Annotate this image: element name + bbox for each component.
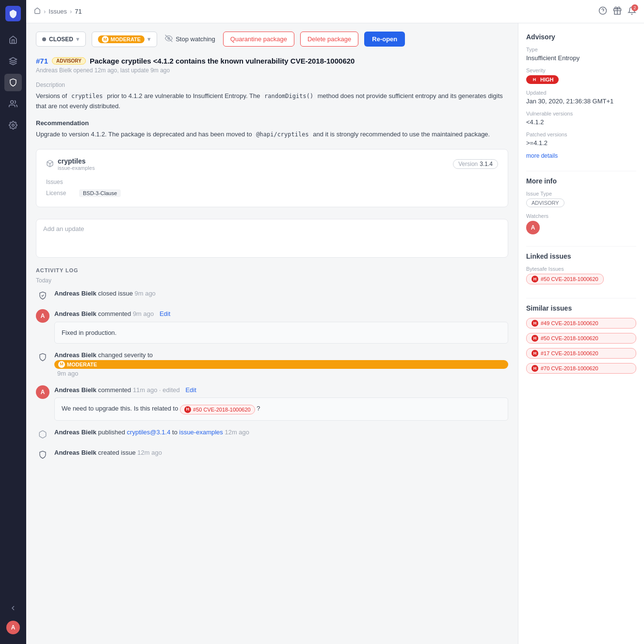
issues-label: Issues	[46, 179, 75, 185]
breadcrumb-sep-2: ›	[70, 8, 72, 15]
vulnerable-label: Vulnerable versions	[526, 111, 636, 116]
severity-right-value: H HIGH	[526, 75, 636, 84]
status-dot	[42, 37, 46, 41]
linked-badge[interactable]: H #50 CVE-2018-1000620	[526, 274, 604, 284]
activity-time-5: 12m ago	[225, 429, 249, 436]
shield-activity-icon	[36, 289, 49, 302]
similar-text-4: #70 CVE-2018-1000620	[541, 365, 598, 371]
similar-text-3: #17 CVE-2018-1000620	[541, 350, 598, 356]
package-name: cryptiles	[58, 157, 95, 165]
more-info-title: More info	[526, 177, 636, 185]
similar-item-2[interactable]: H #50 CVE-2018-1000620	[526, 333, 636, 344]
code-cryptiles: cryptiles	[69, 92, 105, 100]
activity-user: Andreas Bielk	[54, 290, 97, 297]
issue-header: #71 ADVISORY Package cryptiles <4.1.2 co…	[36, 57, 508, 74]
sidebar-item-home[interactable]	[4, 31, 22, 49]
delete-button[interactable]: Delete package	[300, 32, 358, 47]
severity-button[interactable]: M MODERATE ▾	[92, 32, 157, 47]
activity-item: Andreas Bielk created issue 12m ago	[36, 448, 508, 462]
advisory-title: Advisory	[526, 33, 636, 41]
sidebar-item-shield[interactable]	[4, 74, 22, 91]
stop-watching-button[interactable]: Stop watching	[163, 31, 217, 47]
activity-to: to	[172, 429, 179, 436]
status-chevron-icon: ▾	[76, 35, 80, 43]
linked-h-letter: H	[531, 276, 538, 282]
update-box[interactable]: Add an update	[36, 219, 508, 258]
activity-item: Andreas Bielk changed severity to M MODE…	[36, 350, 508, 379]
activity-header: ACTIVITY LOG	[36, 267, 508, 273]
linked-title: Linked issues	[526, 252, 636, 260]
patched-label: Patched versions	[526, 132, 636, 137]
similar-title: Similar issues	[526, 304, 636, 312]
sidebar-item-settings[interactable]	[4, 116, 22, 134]
similar-item-3[interactable]: H #17 CVE-2018-1000620	[526, 348, 636, 359]
similar-item-4[interactable]: H #70 CVE-2018-1000620	[526, 363, 636, 374]
app-logo[interactable]	[5, 6, 21, 21]
description-label: Description	[36, 82, 508, 88]
issue-type-label: Issue Type	[526, 191, 636, 197]
activity-source-link[interactable]: issue-examples	[179, 429, 223, 436]
similar-section: Similar issues H #49 CVE-2018-1000620 H …	[526, 304, 636, 376]
breadcrumb-sep-1: ›	[44, 8, 46, 15]
activity-text: Andreas Bielk published cryptiles@3.1.4 …	[54, 428, 508, 437]
severity-label: MODERATE	[111, 36, 141, 42]
issue-type-value: ADVISORY	[526, 198, 636, 207]
license-value: BSD-3-Clause	[79, 189, 121, 197]
svg-marker-0	[10, 58, 17, 62]
severity-chevron-icon: ▾	[147, 35, 151, 43]
version-label: Version	[458, 161, 478, 167]
gift-icon[interactable]	[613, 6, 622, 17]
sidebar-item-layers[interactable]	[4, 52, 22, 70]
code-hapi-cryptiles: @hapi/cryptiles	[254, 131, 311, 138]
activity-text: Andreas Bielk changed severity to M MODE…	[54, 350, 508, 379]
severity-changed-label: MODERATE	[67, 361, 97, 369]
activity-item: A Andreas Bielk commented 11m ago · edit…	[36, 385, 508, 421]
severity-changed-badge: M MODERATE	[54, 360, 508, 369]
reopen-button[interactable]: Re-open	[364, 32, 405, 47]
topbar-icons: 2	[598, 6, 636, 17]
svg-point-1	[11, 100, 14, 103]
breadcrumb: › Issues › 71	[34, 7, 82, 16]
bell-icon[interactable]: 2	[628, 6, 636, 17]
breadcrumb-home-icon[interactable]	[34, 7, 41, 16]
sidebar-item-users[interactable]	[4, 95, 22, 113]
activity-text: Andreas Bielk commented 11m ago · edited…	[54, 385, 508, 421]
similar-h-2: H	[531, 335, 538, 342]
sidebar-collapse-btn[interactable]	[4, 599, 22, 617]
package-icon	[46, 160, 54, 169]
issue-title: Package cryptiles <4.1.2 contains the kn…	[90, 57, 355, 65]
package-card: cryptiles issue-examples Version 3.1.4 I…	[36, 149, 508, 207]
issue-meta: Andreas Bielk opened 12m ago, last updat…	[36, 67, 508, 74]
similar-item-1[interactable]: H #49 CVE-2018-1000620	[526, 318, 636, 329]
code-random-digits: randomDigits()	[262, 92, 316, 100]
package-issues-row: Issues	[46, 177, 498, 187]
similar-text-1: #49 CVE-2018-1000620	[541, 320, 598, 326]
activity-package-link[interactable]: cryptiles@3.1.4	[127, 429, 171, 436]
watch-icon	[165, 34, 173, 44]
status-label: CLOSED	[49, 36, 73, 43]
action-bar: CLOSED ▾ M MODERATE ▾ Stop watching	[36, 31, 508, 47]
activity-item: Andreas Bielk published cryptiles@3.1.4 …	[36, 428, 508, 441]
similar-h-1: H	[531, 320, 538, 327]
shield-created-icon	[36, 448, 49, 462]
activity-edit-2[interactable]: Edit	[185, 386, 196, 394]
watchers-value: A	[526, 221, 636, 234]
similar-list: H #49 CVE-2018-1000620 H #50 CVE-2018-10…	[526, 318, 636, 376]
help-icon[interactable]	[598, 6, 607, 17]
divider-2	[526, 246, 636, 247]
quarantine-button[interactable]: Quarantine package	[223, 32, 294, 47]
topbar: › Issues › 71 2	[26, 0, 644, 23]
more-details-link[interactable]: more details	[526, 152, 636, 159]
breadcrumb-issues[interactable]: Issues	[48, 8, 67, 15]
vulnerable-value: <4.1.2	[526, 118, 636, 126]
similar-h-4: H	[531, 365, 538, 372]
activity-time: 9m ago	[134, 290, 155, 297]
sidebar: A	[0, 0, 26, 644]
user-avatar[interactable]: A	[6, 621, 20, 634]
activity-text: Andreas Bielk created issue 12m ago	[54, 448, 508, 458]
severity-badge: M MODERATE	[98, 35, 145, 43]
package-header: cryptiles issue-examples Version 3.1.4	[46, 157, 498, 171]
status-button[interactable]: CLOSED ▾	[36, 32, 86, 47]
activity-edit[interactable]: Edit	[160, 310, 170, 317]
inline-badge[interactable]: H #50 CVE-2018-1000620	[180, 405, 255, 415]
